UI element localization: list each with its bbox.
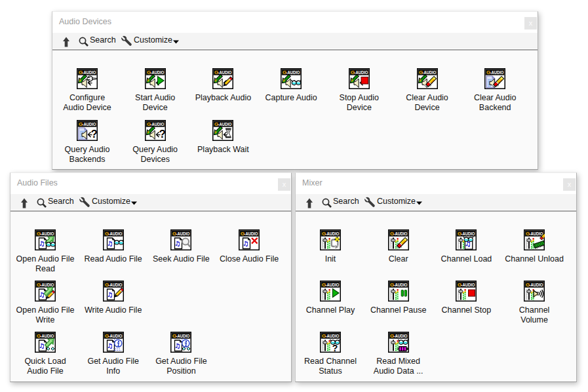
svg-text:-AUDIO: -AUDIO [176,333,190,339]
svg-text:-AUDIO: -AUDIO [41,231,54,237]
svg-text:-AUDIO: -AUDIO [150,69,164,75]
svg-text:-AUDIO: -AUDIO [490,69,504,75]
svg-text:-AUDIO: -AUDIO [286,69,300,75]
svg-text:-AUDIO: -AUDIO [218,121,232,127]
svg-text:?: ? [91,128,98,140]
svg-text:-AUDIO: -AUDIO [393,282,407,288]
svg-text:-AUDIO: -AUDIO [326,231,340,237]
svg-text:-AUDIO: -AUDIO [461,282,475,288]
svg-text:-AUDIO: -AUDIO [530,282,543,288]
svg-text:?: ? [332,343,338,353]
svg-text:-AUDIO: -AUDIO [150,121,164,127]
svg-text:-AUDIO: -AUDIO [108,333,122,339]
svg-text:-AUDIO: -AUDIO [176,231,190,237]
svg-text:-AUDIO: -AUDIO [83,69,96,75]
svg-text:-AUDIO: -AUDIO [108,231,122,237]
svg-text:-AUDIO: -AUDIO [41,333,54,339]
svg-text:-AUDIO: -AUDIO [245,231,258,237]
svg-text:-AUDIO: -AUDIO [422,69,436,75]
svg-text:-AUDIO: -AUDIO [83,121,96,127]
svg-text:-AUDIO: -AUDIO [218,69,232,75]
svg-text:-AUDIO: -AUDIO [393,333,407,339]
svg-text:-AUDIO: -AUDIO [354,69,368,75]
svg-text:-AUDIO: -AUDIO [326,282,340,288]
svg-text:-AUDIO: -AUDIO [393,231,407,237]
svg-text:-AUDIO: -AUDIO [530,231,543,237]
svg-text:-AUDIO: -AUDIO [108,282,122,288]
svg-text:-AUDIO: -AUDIO [326,333,340,339]
svg-text:?: ? [159,128,165,140]
svg-text:-AUDIO: -AUDIO [461,231,475,237]
